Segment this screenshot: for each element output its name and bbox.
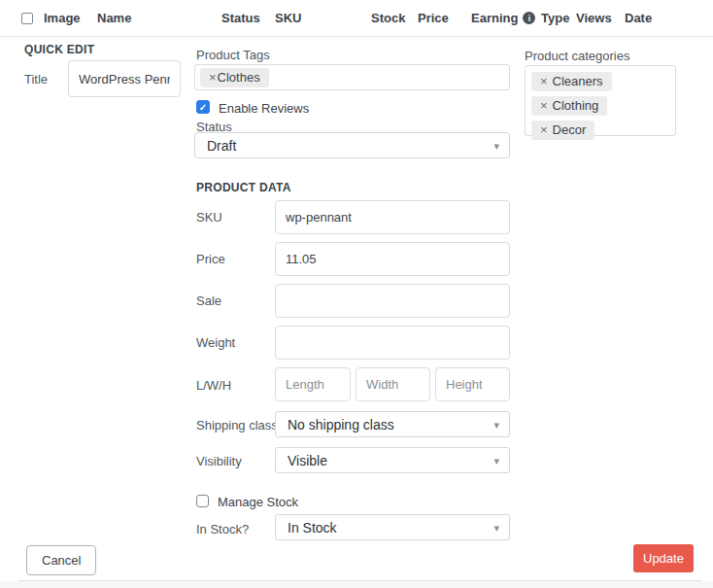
enable-reviews-checkbox[interactable]: ✓ xyxy=(196,100,210,114)
product-tags-label: Product Tags xyxy=(196,48,270,62)
sku-label: SKU xyxy=(196,210,222,225)
quick-edit-heading: QUICK EDIT xyxy=(24,43,94,56)
category-chip-label: Decor xyxy=(553,122,587,138)
column-header-date[interactable]: Date xyxy=(625,11,652,25)
length-input[interactable] xyxy=(275,367,351,401)
quick-edit-page: Image Name Status SKU Stock Price Earnin… xyxy=(0,0,713,588)
column-header-sku[interactable]: SKU xyxy=(275,11,301,25)
width-input[interactable] xyxy=(356,367,430,401)
sale-input[interactable] xyxy=(275,284,510,318)
enable-reviews-label[interactable]: Enable Reviews xyxy=(219,101,309,116)
column-header-views[interactable]: Views xyxy=(576,11,612,25)
weight-input[interactable] xyxy=(275,326,510,360)
height-input[interactable] xyxy=(435,367,510,401)
sku-input[interactable] xyxy=(275,200,510,234)
column-header-price[interactable]: Price xyxy=(418,11,449,25)
column-header-name[interactable]: Name xyxy=(97,11,131,25)
table-header-row: Image Name Status SKU Stock Price Earnin… xyxy=(0,0,713,37)
column-header-image[interactable]: Image xyxy=(44,11,81,25)
product-categories-box[interactable]: × Cleaners × Clothing × Decor xyxy=(525,65,676,136)
status-select-value: Draft xyxy=(207,138,236,154)
visibility-label: Visibility xyxy=(196,454,242,468)
shipping-class-label: Shipping class xyxy=(196,418,278,432)
price-label: Price xyxy=(196,252,225,266)
product-tags-input[interactable]: × Clothes xyxy=(194,64,510,90)
in-stock-label: In Stock? xyxy=(196,522,249,536)
earning-label: Earning xyxy=(471,11,518,25)
lwh-label: L/W/H xyxy=(196,378,231,393)
column-header-status[interactable]: Status xyxy=(221,11,260,25)
category-chip-decor: × Decor xyxy=(531,121,594,140)
price-input[interactable] xyxy=(275,242,510,276)
column-header-type[interactable]: Type xyxy=(541,11,569,25)
visibility-select[interactable]: Visible ▾ xyxy=(275,447,510,473)
in-stock-select[interactable]: In Stock ▾ xyxy=(275,514,510,540)
sale-label: Sale xyxy=(196,294,221,308)
remove-category-icon[interactable]: × xyxy=(540,122,548,138)
check-icon: ✓ xyxy=(199,102,207,113)
column-header-earning[interactable]: Earning i xyxy=(471,11,535,25)
product-categories-label: Product categories xyxy=(525,49,629,63)
tag-chip-label: Clothes xyxy=(218,70,260,86)
manage-stock-label[interactable]: Manage Stock xyxy=(218,495,298,509)
visibility-value: Visible xyxy=(288,453,327,468)
info-icon[interactable]: i xyxy=(523,12,535,24)
select-all-checkbox[interactable] xyxy=(21,13,33,24)
title-input[interactable] xyxy=(68,60,181,97)
category-chip-clothing: × Clothing xyxy=(531,96,607,116)
category-chip-label: Clothing xyxy=(553,98,599,114)
column-header-stock[interactable]: Stock xyxy=(371,11,405,25)
shipping-class-value: No shipping class xyxy=(288,417,394,432)
chevron-down-icon: ▾ xyxy=(493,455,499,466)
status-select[interactable]: Draft ▾ xyxy=(194,132,510,158)
category-chip-cleaners: × Cleaners xyxy=(531,72,612,91)
chevron-down-icon: ▾ xyxy=(493,140,499,151)
remove-tag-icon[interactable]: × xyxy=(209,70,217,86)
update-button[interactable]: Update xyxy=(633,544,694,572)
remove-category-icon[interactable]: × xyxy=(540,98,548,114)
chevron-down-icon: ▾ xyxy=(493,522,499,533)
title-label: Title xyxy=(24,72,48,86)
next-row-edge xyxy=(0,581,713,588)
in-stock-value: In Stock xyxy=(288,520,337,536)
cancel-button[interactable]: Cancel xyxy=(26,545,96,575)
chevron-down-icon: ▾ xyxy=(493,419,499,430)
product-data-heading: PRODUCT DATA xyxy=(196,181,291,194)
weight-label: Weight xyxy=(196,335,235,350)
tag-chip-clothes: × Clothes xyxy=(200,68,269,87)
manage-stock-checkbox[interactable] xyxy=(196,495,209,507)
shipping-class-select[interactable]: No shipping class ▾ xyxy=(275,411,510,437)
remove-category-icon[interactable]: × xyxy=(540,74,548,89)
category-chip-label: Cleaners xyxy=(553,74,603,89)
